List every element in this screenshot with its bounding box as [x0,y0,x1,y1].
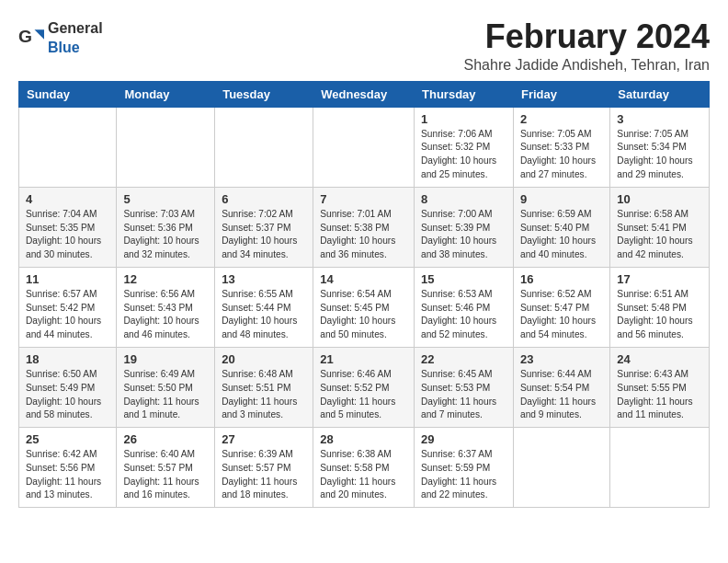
calendar-cell: 20Sunrise: 6:48 AM Sunset: 5:51 PM Dayli… [215,347,313,427]
day-info: Sunrise: 6:50 AM Sunset: 5:49 PM Dayligh… [26,368,109,422]
header: G General Blue February 2024 Shahre Jadi… [18,18,710,74]
calendar-cell [19,107,117,187]
calendar-cell: 9Sunrise: 6:59 AM Sunset: 5:40 PM Daylig… [513,187,609,267]
calendar-cell: 19Sunrise: 6:49 AM Sunset: 5:50 PM Dayli… [117,347,215,427]
calendar-cell [215,107,313,187]
weekday-header-friday: Friday [513,81,609,107]
day-number: 21 [320,352,407,366]
day-info: Sunrise: 6:54 AM Sunset: 5:45 PM Dayligh… [320,288,407,342]
day-number: 20 [222,352,306,366]
day-info: Sunrise: 6:45 AM Sunset: 5:53 PM Dayligh… [421,368,506,422]
calendar-cell: 10Sunrise: 6:58 AM Sunset: 5:41 PM Dayli… [610,187,710,267]
weekday-header-saturday: Saturday [610,81,710,107]
day-info: Sunrise: 6:53 AM Sunset: 5:46 PM Dayligh… [421,288,506,342]
day-number: 14 [320,272,407,286]
calendar-cell: 12Sunrise: 6:56 AM Sunset: 5:43 PM Dayli… [117,267,215,347]
weekday-header-row: SundayMondayTuesdayWednesdayThursdayFrid… [19,81,710,107]
calendar-week-row: 11Sunrise: 6:57 AM Sunset: 5:42 PM Dayli… [19,267,710,347]
calendar-cell: 1Sunrise: 7:06 AM Sunset: 5:32 PM Daylig… [415,107,514,187]
day-info: Sunrise: 7:01 AM Sunset: 5:38 PM Dayligh… [320,208,407,262]
calendar-cell: 14Sunrise: 6:54 AM Sunset: 5:45 PM Dayli… [313,267,415,347]
calendar-cell: 21Sunrise: 6:46 AM Sunset: 5:52 PM Dayli… [313,347,415,427]
weekday-header-thursday: Thursday [415,81,514,107]
day-number: 23 [520,352,603,366]
calendar-cell [313,107,415,187]
calendar-cell: 22Sunrise: 6:45 AM Sunset: 5:53 PM Dayli… [415,347,514,427]
calendar-cell: 27Sunrise: 6:39 AM Sunset: 5:57 PM Dayli… [215,428,313,508]
day-number: 1 [421,112,506,126]
calendar-cell: 26Sunrise: 6:40 AM Sunset: 5:57 PM Dayli… [117,428,215,508]
day-info: Sunrise: 6:55 AM Sunset: 5:44 PM Dayligh… [222,288,306,342]
day-info: Sunrise: 6:44 AM Sunset: 5:54 PM Dayligh… [520,368,603,422]
day-info: Sunrise: 6:51 AM Sunset: 5:48 PM Dayligh… [617,288,702,342]
calendar-cell: 23Sunrise: 6:44 AM Sunset: 5:54 PM Dayli… [513,347,609,427]
calendar-cell [513,428,609,508]
calendar-cell: 6Sunrise: 7:02 AM Sunset: 5:37 PM Daylig… [215,187,313,267]
day-info: Sunrise: 6:46 AM Sunset: 5:52 PM Dayligh… [320,368,407,422]
day-number: 15 [421,272,506,286]
day-number: 3 [617,112,702,126]
day-info: Sunrise: 6:56 AM Sunset: 5:43 PM Dayligh… [123,288,208,342]
day-info: Sunrise: 7:03 AM Sunset: 5:36 PM Dayligh… [123,208,208,262]
day-info: Sunrise: 6:52 AM Sunset: 5:47 PM Dayligh… [520,288,603,342]
day-number: 24 [617,352,702,366]
calendar-cell: 18Sunrise: 6:50 AM Sunset: 5:49 PM Dayli… [19,347,117,427]
day-number: 27 [222,432,306,446]
logo: G General Blue [18,18,103,57]
day-info: Sunrise: 6:38 AM Sunset: 5:58 PM Dayligh… [320,448,407,502]
day-number: 22 [421,352,506,366]
calendar-cell: 29Sunrise: 6:37 AM Sunset: 5:59 PM Dayli… [415,428,514,508]
day-number: 2 [520,112,603,126]
calendar-cell: 5Sunrise: 7:03 AM Sunset: 5:36 PM Daylig… [117,187,215,267]
day-info: Sunrise: 7:06 AM Sunset: 5:32 PM Dayligh… [421,128,506,182]
day-info: Sunrise: 7:05 AM Sunset: 5:34 PM Dayligh… [617,128,702,182]
day-info: Sunrise: 6:57 AM Sunset: 5:42 PM Dayligh… [26,288,109,342]
day-number: 28 [320,432,407,446]
calendar-week-row: 1Sunrise: 7:06 AM Sunset: 5:32 PM Daylig… [19,107,710,187]
svg-text:G: G [18,27,32,46]
calendar-cell: 25Sunrise: 6:42 AM Sunset: 5:56 PM Dayli… [19,428,117,508]
calendar-week-row: 18Sunrise: 6:50 AM Sunset: 5:49 PM Dayli… [19,347,710,427]
weekday-header-wednesday: Wednesday [313,81,415,107]
calendar-cell: 7Sunrise: 7:01 AM Sunset: 5:38 PM Daylig… [313,187,415,267]
calendar-cell: 2Sunrise: 7:05 AM Sunset: 5:33 PM Daylig… [513,107,609,187]
calendar-week-row: 25Sunrise: 6:42 AM Sunset: 5:56 PM Dayli… [19,428,710,508]
day-number: 7 [320,192,407,206]
day-number: 26 [123,432,208,446]
logo-general: General [48,20,103,36]
calendar-cell [610,428,710,508]
calendar-cell: 13Sunrise: 6:55 AM Sunset: 5:44 PM Dayli… [215,267,313,347]
calendar-cell: 3Sunrise: 7:05 AM Sunset: 5:34 PM Daylig… [610,107,710,187]
day-info: Sunrise: 6:58 AM Sunset: 5:41 PM Dayligh… [617,208,702,262]
month-year-title: February 2024 [464,18,710,55]
day-number: 16 [520,272,603,286]
day-number: 4 [26,192,109,206]
day-number: 25 [26,432,109,446]
calendar-cell: 24Sunrise: 6:43 AM Sunset: 5:55 PM Dayli… [610,347,710,427]
logo-icon: G [18,25,44,51]
day-number: 11 [26,272,109,286]
calendar-cell: 28Sunrise: 6:38 AM Sunset: 5:58 PM Dayli… [313,428,415,508]
day-number: 13 [222,272,306,286]
day-number: 9 [520,192,603,206]
day-info: Sunrise: 7:05 AM Sunset: 5:33 PM Dayligh… [520,128,603,182]
day-info: Sunrise: 6:49 AM Sunset: 5:50 PM Dayligh… [123,368,208,422]
day-number: 6 [222,192,306,206]
day-info: Sunrise: 7:02 AM Sunset: 5:37 PM Dayligh… [222,208,306,262]
location-subtitle: Shahre Jadide Andisheh, Tehran, Iran [464,57,710,74]
calendar-table: SundayMondayTuesdayWednesdayThursdayFrid… [18,81,710,509]
day-info: Sunrise: 7:04 AM Sunset: 5:35 PM Dayligh… [26,208,109,262]
day-info: Sunrise: 6:59 AM Sunset: 5:40 PM Dayligh… [520,208,603,262]
weekday-header-tuesday: Tuesday [215,81,313,107]
day-info: Sunrise: 6:48 AM Sunset: 5:51 PM Dayligh… [222,368,306,422]
day-number: 19 [123,352,208,366]
day-number: 10 [617,192,702,206]
weekday-header-monday: Monday [117,81,215,107]
svg-marker-1 [35,29,45,40]
day-number: 12 [123,272,208,286]
calendar-cell: 4Sunrise: 7:04 AM Sunset: 5:35 PM Daylig… [19,187,117,267]
day-info: Sunrise: 6:37 AM Sunset: 5:59 PM Dayligh… [421,448,506,502]
day-number: 8 [421,192,506,206]
weekday-header-sunday: Sunday [19,81,117,107]
day-info: Sunrise: 7:00 AM Sunset: 5:39 PM Dayligh… [421,208,506,262]
